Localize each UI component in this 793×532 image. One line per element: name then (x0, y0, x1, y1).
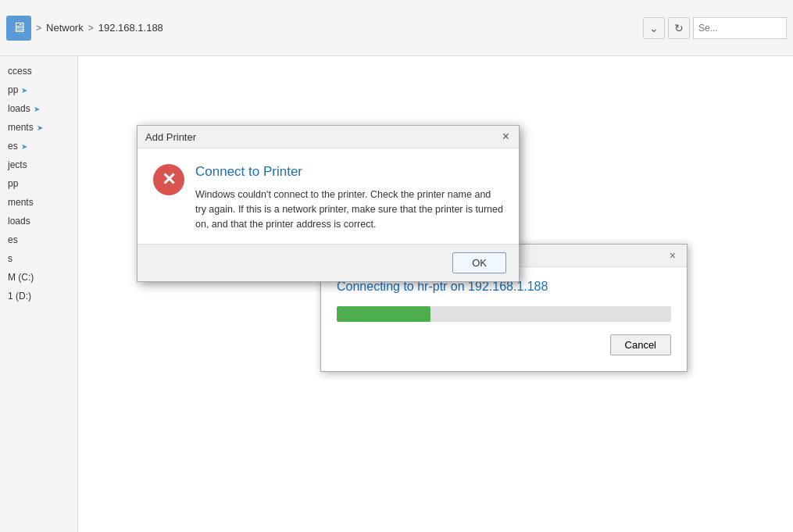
fg-dialog-close-button[interactable]: × (501, 130, 511, 143)
error-icon: ✕ (153, 164, 184, 195)
search-input[interactable] (693, 17, 787, 39)
pin-icon: ➤ (21, 142, 27, 151)
sidebar-item-files1[interactable]: es ➤ (0, 137, 77, 155)
fg-dialog-titlebar: Add Printer × (138, 126, 519, 148)
cancel-button[interactable]: Cancel (610, 334, 671, 355)
bg-dialog-close-button[interactable]: × (666, 249, 679, 262)
bg-dialog-footer: Cancel (337, 334, 671, 355)
sidebar-item-drive-c[interactable]: M (C:) (0, 269, 77, 286)
sidebar-label: M (C:) (8, 272, 34, 283)
sidebar-item-s[interactable]: s (0, 250, 77, 267)
breadcrumb-arrow2: > (88, 23, 94, 34)
sidebar-label: loads (8, 103, 30, 114)
ok-button[interactable]: OK (452, 252, 506, 273)
sidebar-item-documents2[interactable]: ments (0, 194, 77, 211)
sidebar-label: es (8, 141, 18, 152)
breadcrumb-ip[interactable]: 192.168.1.188 (98, 22, 163, 34)
top-bar: 🖥 > Network > 192.168.1.188 ⌄ ↻ (0, 0, 793, 56)
sidebar-item-downloads1[interactable]: loads ➤ (0, 100, 77, 117)
breadcrumb-arrow1: > (36, 23, 41, 34)
fg-dialog-body: ✕ Connect to Printer Windows couldn't co… (138, 148, 519, 244)
fg-dialog-title-text: Add Printer (145, 131, 196, 143)
pin-icon: ➤ (37, 123, 43, 132)
fg-dialog-content: Connect to Printer Windows couldn't conn… (195, 164, 503, 231)
breadcrumb-network[interactable]: Network (46, 22, 84, 34)
fg-dialog-footer: OK (138, 244, 519, 281)
sidebar-label: s (8, 253, 13, 264)
sidebar-label: ments (8, 197, 34, 208)
sidebar: ccess pp ➤ loads ➤ ments ➤ es ➤ jects pp… (0, 56, 78, 532)
pin-icon: ➤ (21, 86, 27, 95)
sidebar-item-app2[interactable]: pp (0, 175, 77, 192)
sidebar-item-files2[interactable]: es (0, 231, 77, 248)
pin-icon: ➤ (34, 105, 40, 113)
sidebar-label: 1 (D:) (8, 291, 31, 302)
error-icon-container: ✕ (153, 164, 184, 195)
sidebar-item-drive-d[interactable]: 1 (D:) (0, 287, 77, 305)
main-area: ccess pp ➤ loads ➤ ments ➤ es ➤ jects pp… (0, 56, 793, 532)
sidebar-label: jects (8, 159, 27, 170)
sidebar-item-projects[interactable]: jects (0, 156, 77, 173)
address-bar-right: ⌄ ↻ (643, 17, 787, 39)
bg-dialog-body: Connecting to hr-ptr on 192.168.1.188 Ca… (321, 267, 687, 371)
dialog-heading: Connect to Printer (195, 164, 503, 180)
sidebar-item-app1[interactable]: pp ➤ (0, 81, 77, 98)
sidebar-label: pp (8, 178, 18, 189)
progress-bar-fill (337, 306, 430, 322)
sidebar-item-access[interactable]: ccess (0, 62, 77, 80)
dropdown-btn[interactable]: ⌄ (643, 17, 665, 39)
sidebar-label: ments (8, 122, 34, 133)
sidebar-item-documents1[interactable]: ments ➤ (0, 119, 77, 136)
add-printer-error-dialog: Add Printer × ✕ Connect to Printer Windo… (137, 125, 520, 282)
sidebar-label: loads (8, 216, 30, 227)
sidebar-label: es (8, 234, 18, 245)
computer-icon: 🖥 (6, 16, 31, 41)
content-area: allation × Connecting to hr-ptr on 192.1… (78, 56, 793, 532)
sidebar-item-downloads2[interactable]: loads (0, 212, 77, 230)
progress-bar-track (337, 306, 671, 322)
sidebar-label: pp (8, 84, 18, 95)
refresh-btn[interactable]: ↻ (668, 17, 690, 39)
sidebar-label: ccess (8, 66, 32, 77)
dialog-message: Windows couldn't connect to the printer.… (195, 187, 503, 231)
